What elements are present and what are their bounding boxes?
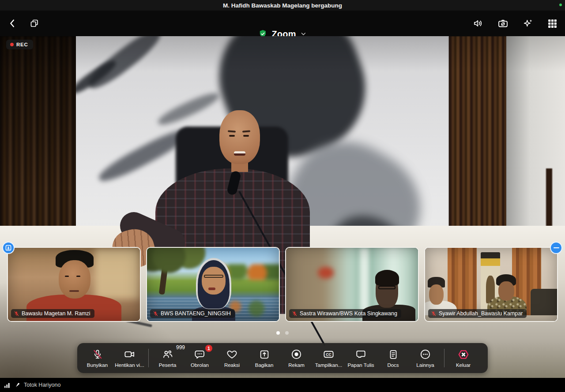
- mic-muted-icon: [292, 311, 298, 317]
- mic-muted-icon: [14, 311, 19, 317]
- chat-button[interactable]: 1 Obrolan: [184, 348, 216, 368]
- participant-tile-syawir[interactable]: Syawir Abdullah_Bawaslu Kampar: [424, 247, 558, 322]
- reactions-button[interactable]: Reaksi: [216, 348, 248, 368]
- speaker-video-scene: [0, 36, 565, 378]
- closed-captions-icon: CC: [323, 348, 335, 360]
- zoom-meeting-screen: M. Hafidh Bawaskab Magelang bergabung Zo…: [0, 0, 565, 392]
- participant-strip: Bawaslu Magetan M. Ramzi BWS BANTAENG_NI…: [7, 247, 558, 322]
- meeting-controls: Bunyikan Hentikan vi... 999 Peserta: [77, 343, 488, 373]
- participant-name-tag: BWS BANTAENG_NINGSIH: [150, 309, 235, 318]
- toolbar-divider: [444, 349, 444, 367]
- recording-indicator: REC: [6, 40, 33, 49]
- record-button[interactable]: Rekam: [280, 348, 313, 368]
- nav-right-group: [472, 18, 558, 30]
- self-view-icon: [5, 244, 12, 251]
- page-indicator: [0, 331, 565, 335]
- notification-bar: M. Hafidh Bawaskab Magelang bergabung: [0, 0, 565, 11]
- chat-bubble-icon: 1: [194, 348, 206, 360]
- stop-video-button[interactable]: Hentikan vi...: [113, 348, 146, 368]
- back-button[interactable]: [7, 18, 19, 29]
- participant-tile-ramzi[interactable]: Bawaslu Magetan M. Ramzi: [7, 247, 141, 322]
- speaker-icon: [472, 18, 484, 29]
- hide-thumbnails-button[interactable]: [550, 242, 562, 254]
- record-icon: [290, 348, 302, 360]
- rec-label: REC: [16, 42, 28, 47]
- leave-button[interactable]: Keluar: [447, 348, 479, 368]
- page-dot[interactable]: [285, 331, 289, 335]
- show-self-view-button[interactable]: [2, 242, 15, 254]
- gallery-grid-icon: [547, 18, 558, 29]
- whiteboard-icon: [355, 348, 367, 360]
- bottom-status-bar: Totok Hariyono: [0, 378, 565, 392]
- mic-muted-icon: [153, 311, 158, 317]
- leave-hexagon-x-icon: [457, 348, 470, 360]
- gallery-view-button[interactable]: [547, 18, 558, 29]
- heart-icon: [226, 348, 238, 360]
- participant-tile-ningsih[interactable]: BWS BANTAENG_NINGSIH: [146, 247, 280, 322]
- participant-tile-sastra[interactable]: Sastra Wirawan/BWS Kota Singkawang: [285, 247, 419, 322]
- minus-icon: [554, 247, 559, 249]
- page-dot-active[interactable]: [276, 331, 280, 335]
- speaker-head: [219, 110, 260, 164]
- main-video: REC Bawaslu Magetan M. Ramzi: [0, 36, 565, 378]
- share-up-arrow-icon: [259, 348, 270, 360]
- multitask-windows-icon: [29, 18, 40, 29]
- whiteboard-button[interactable]: Papan Tulis: [345, 348, 377, 368]
- unmute-button[interactable]: Bunyikan: [81, 348, 113, 368]
- notification-text: M. Hafidh Bawaskab Magelang bergabung: [223, 2, 342, 9]
- effects-button[interactable]: [522, 18, 534, 29]
- nav-left-group: [7, 18, 40, 29]
- captions-button[interactable]: CC Tampilkan...: [313, 348, 345, 368]
- svg-text:CC: CC: [326, 352, 331, 357]
- record-dot-icon: [10, 43, 14, 46]
- more-ellipsis-icon: [419, 348, 431, 360]
- participants-icon: 999: [162, 348, 173, 360]
- top-toolbar: Zoom: [0, 11, 565, 36]
- back-icon: [7, 18, 19, 29]
- speaker-button[interactable]: [472, 18, 484, 29]
- switch-camera-icon: [497, 18, 509, 30]
- chat-unread-badge: 1: [205, 345, 212, 352]
- more-button[interactable]: Lainnya: [409, 348, 441, 368]
- share-button[interactable]: Bagikan: [248, 348, 280, 368]
- video-camera-icon: [124, 348, 136, 360]
- document-icon: [388, 348, 399, 360]
- multitask-button[interactable]: [29, 18, 40, 29]
- pin-icon: [14, 382, 21, 388]
- toolbar-divider: [148, 349, 149, 367]
- mic-muted-icon: [92, 348, 103, 360]
- participant-name-tag: Sastra Wirawan/BWS Kota Singkawang: [289, 309, 401, 318]
- camera-active-indicator: [559, 4, 562, 6]
- participants-button[interactable]: 999 Peserta: [151, 348, 184, 368]
- docs-button[interactable]: Docs: [377, 348, 409, 368]
- sparkle-effects-icon: [522, 18, 534, 29]
- signal-bars-icon: [4, 381, 11, 389]
- participant-name-tag: Syawir Abdullah_Bawaslu Kampar: [428, 309, 527, 318]
- participant-name-tag: Bawaslu Magetan M. Ramzi: [11, 309, 94, 318]
- mic-muted-icon: [431, 311, 437, 317]
- self-name-label: Totok Hariyono: [24, 382, 60, 388]
- switch-camera-button[interactable]: [497, 18, 509, 30]
